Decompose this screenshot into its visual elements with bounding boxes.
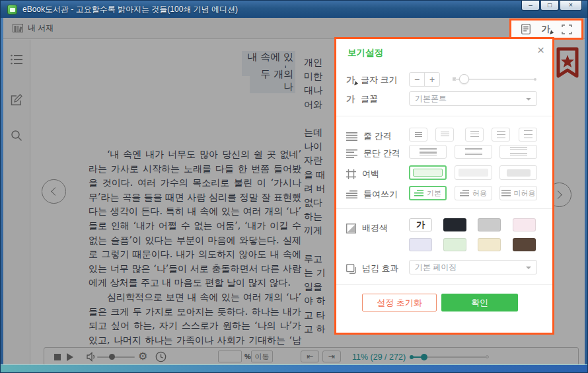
window-close-button[interactable]: ×: [560, 1, 582, 11]
indent-option-default[interactable]: 기본: [409, 186, 447, 200]
line-spacing-icon: [346, 132, 357, 141]
font-size-row-label: 가 글자 크기: [346, 74, 398, 86]
doc-settings-icon: [521, 24, 531, 34]
doc-settings-button[interactable]: [521, 24, 531, 34]
reset-settings-button[interactable]: 설정 초기화: [362, 294, 437, 311]
paragraph-spacing-row-label: 문단 간격: [346, 147, 400, 159]
chevron-down-icon: [526, 98, 531, 101]
page-effect-select[interactable]: 기본 페이징: [409, 260, 537, 274]
margin-icon: [346, 169, 356, 179]
line-spacing-row-label: 줄 간격: [346, 130, 392, 142]
indent-option-disallow[interactable]: 미허용: [499, 186, 537, 200]
line-spacing-option-4[interactable]: [492, 128, 510, 142]
bg-color-swatch-5[interactable]: [409, 238, 432, 251]
window-frame-bottom: [1, 364, 587, 372]
bg-color-row-label: 배경색: [346, 222, 388, 234]
font-size-stepper: − +: [409, 72, 440, 87]
font-size-icon: 가: [346, 74, 355, 86]
font-size-slider-thumb[interactable]: [459, 74, 469, 84]
indent-disallow-icon: [501, 190, 511, 197]
indent-allow-icon: [460, 190, 469, 197]
line-spacing-option-1[interactable]: [409, 128, 427, 142]
chevron-down-icon: [526, 267, 531, 269]
paragraph-spacing-option-1[interactable]: [409, 145, 447, 159]
font-size-increase-button[interactable]: +: [425, 73, 439, 86]
font-select[interactable]: 기본폰트: [409, 91, 537, 106]
margin-row-label: 여백: [346, 168, 379, 180]
panel-title: 보기설정: [348, 47, 383, 59]
confirm-button[interactable]: 확인: [441, 294, 518, 311]
bg-color-swatch-4[interactable]: [513, 218, 536, 231]
font-icon: 가: [346, 93, 355, 105]
page-effect-row-label: 넘김 효과: [346, 263, 399, 274]
indent-option-allow[interactable]: 허용: [455, 186, 492, 200]
panel-close-icon[interactable]: ×: [537, 43, 544, 58]
app-logo-icon: [7, 5, 17, 15]
app-content: 내 서재: [3, 18, 585, 364]
font-size-slider-end: [534, 78, 536, 81]
indent-row-label: 들여쓰기: [346, 188, 398, 200]
view-settings-panel: 보기설정 × 가 글자 크기 − + 가 글꼴 기본폰트: [334, 37, 554, 335]
minimize-button[interactable]: –: [521, 1, 540, 11]
bg-color-swatch-6[interactable]: [443, 238, 466, 251]
paragraph-spacing-option-3[interactable]: [499, 145, 537, 159]
page-effect-icon: [346, 264, 356, 274]
window-titlebar: eBook도서관 - 고요할수록 밝아지는 것들(100쇄 기념 에디션): [1, 1, 587, 18]
bg-color-swatch-7[interactable]: [478, 238, 501, 251]
maximize-button[interactable]: □: [540, 1, 559, 11]
window-title: eBook도서관 - 고요할수록 밝아지는 것들(100쇄 기념 에디션): [22, 4, 238, 15]
app-window: eBook도서관 - 고요할수록 밝아지는 것들(100쇄 기념 에디션) – …: [0, 0, 588, 373]
indent-default-icon: [414, 190, 423, 197]
bg-color-swatch-8[interactable]: [513, 238, 536, 251]
fullscreen-icon: [562, 24, 572, 34]
font-row-label: 가 글꼴: [346, 93, 378, 105]
line-spacing-option-2[interactable]: [435, 128, 454, 142]
fullscreen-button[interactable]: [562, 24, 572, 34]
bg-color-swatch-1[interactable]: 가: [409, 218, 432, 231]
paragraph-spacing-option-2[interactable]: [455, 145, 492, 159]
bg-color-swatch-3[interactable]: [478, 218, 501, 231]
line-spacing-option-5[interactable]: [519, 128, 537, 142]
margin-option-2[interactable]: [455, 165, 492, 180]
bg-color-swatch-2[interactable]: [443, 218, 466, 231]
paragraph-spacing-icon: [346, 149, 357, 158]
font-settings-button[interactable]: 가: [542, 23, 550, 35]
font-size-decrease-button[interactable]: −: [410, 73, 425, 86]
bg-color-icon: [346, 224, 356, 233]
indent-icon: [346, 190, 357, 198]
margin-option-3[interactable]: [499, 165, 537, 180]
margin-option-1[interactable]: [409, 165, 447, 180]
line-spacing-option-3[interactable]: [465, 128, 484, 142]
